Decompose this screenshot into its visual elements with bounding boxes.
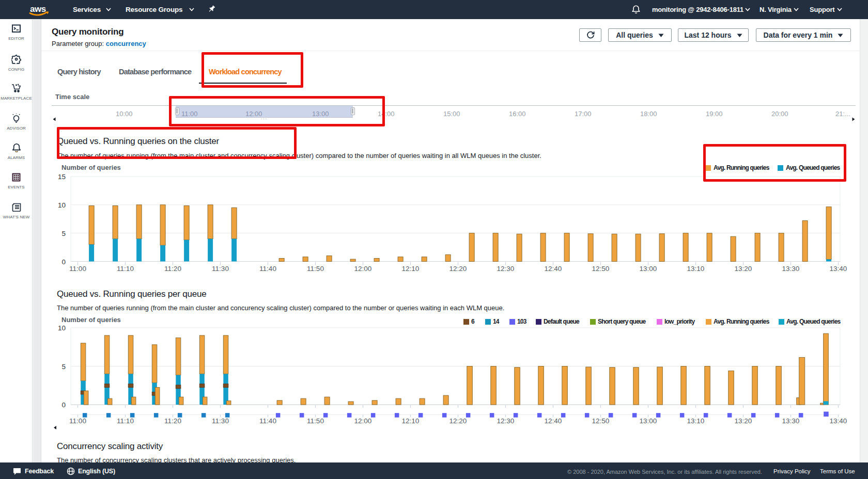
svg-text:11:20: 11:20	[164, 265, 181, 273]
svg-text:12:40: 12:40	[545, 417, 562, 425]
svg-text:5: 5	[61, 230, 66, 237]
svg-text:11:10: 11:10	[117, 417, 134, 425]
svg-text:11:10: 11:10	[117, 265, 134, 273]
svg-text:0: 0	[61, 401, 66, 409]
svg-text:11:30: 11:30	[212, 417, 229, 425]
svg-text:12:10: 12:10	[402, 417, 420, 425]
svg-text:12:20: 12:20	[450, 265, 467, 273]
svg-text:11:30: 11:30	[212, 265, 229, 273]
svg-text:13:30: 13:30	[782, 265, 800, 273]
svg-text:12:10: 12:10	[402, 265, 420, 273]
svg-text:12:00: 12:00	[354, 265, 372, 273]
svg-text:11:20: 11:20	[164, 417, 181, 425]
svg-text:12:30: 12:30	[497, 265, 515, 273]
svg-text:0: 0	[61, 258, 66, 266]
svg-text:11:00: 11:00	[69, 265, 86, 273]
svg-text:12:50: 12:50	[592, 265, 610, 273]
svg-text:13:00: 13:00	[640, 417, 657, 425]
svg-text:12:00: 12:00	[354, 417, 372, 425]
svg-text:13:30: 13:30	[782, 417, 800, 425]
svg-text:10: 10	[58, 201, 66, 209]
svg-text:aws: aws	[30, 4, 46, 14]
svg-text:12:40: 12:40	[545, 265, 562, 273]
svg-text:11:40: 11:40	[259, 417, 276, 425]
svg-text:13:20: 13:20	[735, 417, 752, 425]
svg-text:13:10: 13:10	[687, 265, 705, 273]
svg-text:13:20: 13:20	[735, 265, 752, 273]
svg-text:13:00: 13:00	[640, 265, 657, 273]
svg-text:10: 10	[58, 325, 66, 332]
svg-text:11:40: 11:40	[259, 265, 276, 273]
svg-text:13:40: 13:40	[830, 417, 847, 425]
svg-text:11:50: 11:50	[307, 265, 324, 273]
svg-text:5: 5	[61, 363, 66, 371]
svg-text:13:40: 13:40	[830, 265, 847, 273]
svg-text:13:10: 13:10	[687, 417, 705, 425]
svg-text:12:30: 12:30	[497, 417, 515, 425]
svg-text:15: 15	[58, 173, 66, 181]
svg-text:11:50: 11:50	[307, 417, 324, 425]
svg-text:12:50: 12:50	[592, 417, 610, 425]
svg-text:11:00: 11:00	[69, 417, 86, 425]
svg-text:12:20: 12:20	[450, 417, 467, 425]
